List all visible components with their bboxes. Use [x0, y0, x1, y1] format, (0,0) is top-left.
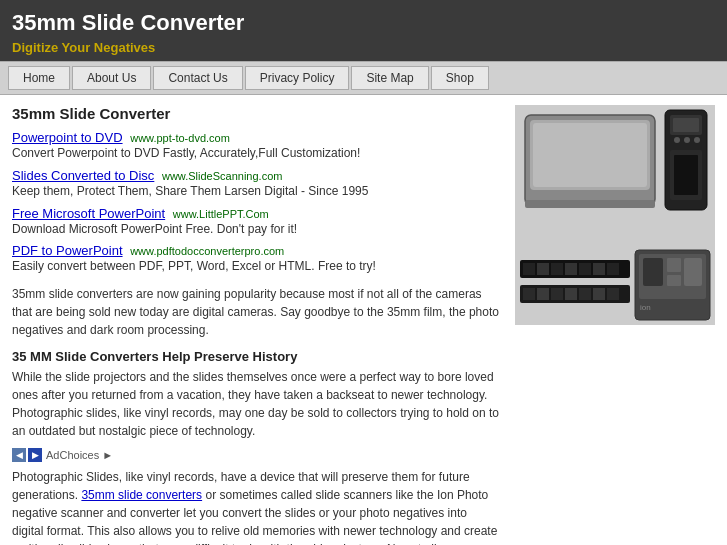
ad-title[interactable]: PDF to PowerPoint	[12, 243, 123, 258]
svg-rect-24	[565, 288, 577, 300]
svg-rect-14	[537, 263, 549, 275]
svg-rect-3	[525, 200, 655, 208]
site-title: 35mm Slide Converter	[12, 10, 715, 36]
ad-block: Powerpoint to DVD www.ppt-to-dvd.com Con…	[12, 130, 501, 275]
svg-rect-33	[684, 258, 702, 286]
intro-text: 35mm slide converters are now gaining po…	[12, 285, 501, 339]
svg-rect-18	[593, 263, 605, 275]
svg-rect-23	[551, 288, 563, 300]
content-area: 35mm Slide Converter Powerpoint to DVD w…	[12, 105, 501, 545]
ad-url: www.ppt-to-dvd.com	[130, 132, 230, 144]
ad-url: www.SlideScanning.com	[162, 170, 282, 182]
svg-rect-31	[667, 258, 681, 272]
body-link[interactable]: 35mm slide converters	[81, 488, 202, 502]
page-title: 35mm Slide Converter	[12, 105, 501, 122]
nav-item-privacy-policy[interactable]: Privacy Policy	[245, 66, 350, 90]
ad-title[interactable]: Slides Converted to Disc	[12, 168, 154, 183]
main-content: 35mm Slide Converter Powerpoint to DVD w…	[0, 95, 727, 545]
svg-rect-21	[523, 288, 535, 300]
svg-rect-27	[607, 288, 619, 300]
svg-rect-6	[673, 118, 699, 132]
ad-item: Free Microsoft PowerPoint www.LittlePPT.…	[12, 206, 501, 238]
svg-rect-2	[533, 123, 647, 187]
ad-item: Slides Converted to Disc www.SlideScanni…	[12, 168, 501, 200]
svg-rect-32	[667, 275, 681, 286]
prev-arrow[interactable]: ◀	[12, 448, 26, 462]
svg-rect-16	[565, 263, 577, 275]
next-arrow[interactable]: ▶	[28, 448, 42, 462]
body-paragraph-1: Photographic Slides, like vinyl records,…	[12, 468, 501, 545]
nav-item-home[interactable]: Home	[8, 66, 70, 90]
section1-title: 35 MM Slide Converters Help Preserve His…	[12, 349, 501, 364]
svg-rect-30	[643, 258, 663, 286]
ad-item: Powerpoint to DVD www.ppt-to-dvd.com Con…	[12, 130, 501, 162]
scanner-image: ion	[515, 105, 715, 325]
section1-text: While the slide projectors and the slide…	[12, 368, 501, 440]
ad-item: PDF to PowerPoint www.pdftodocconverterp…	[12, 243, 501, 275]
svg-point-9	[694, 137, 700, 143]
nav-item-site-map[interactable]: Site Map	[351, 66, 428, 90]
site-header: 35mm Slide Converter Digitize Your Negat…	[0, 0, 727, 61]
site-tagline: Digitize Your Negatives	[12, 40, 715, 55]
ad-desc: Download Microsoft PowerPoint Free. Don'…	[12, 221, 501, 238]
svg-rect-19	[607, 263, 619, 275]
ad-desc: Keep them, Protect Them, Share Them Lars…	[12, 183, 501, 200]
main-nav: HomeAbout UsContact UsPrivacy PolicySite…	[0, 61, 727, 95]
nav-item-about-us[interactable]: About Us	[72, 66, 151, 90]
svg-point-8	[684, 137, 690, 143]
ad-title[interactable]: Powerpoint to DVD	[12, 130, 123, 145]
ad-title[interactable]: Free Microsoft PowerPoint	[12, 206, 165, 221]
ad-url: www.pdftodocconverterpro.com	[130, 245, 284, 257]
svg-rect-13	[523, 263, 535, 275]
nav-item-shop[interactable]: Shop	[431, 66, 489, 90]
ad-url: www.LittlePPT.Com	[173, 208, 269, 220]
ad-desc: Easily convert between PDF, PPT, Word, E…	[12, 258, 501, 275]
adchoices-label: AdChoices ►	[46, 449, 113, 461]
sidebar: ion	[515, 105, 715, 545]
svg-text:ion: ion	[640, 303, 651, 312]
svg-rect-17	[579, 263, 591, 275]
svg-rect-26	[593, 288, 605, 300]
svg-rect-15	[551, 263, 563, 275]
svg-point-7	[674, 137, 680, 143]
adchoices-row: ◀ ▶ AdChoices ►	[12, 448, 501, 462]
svg-rect-11	[674, 155, 698, 195]
ad-desc: Convert Powerpoint to DVD Fastly, Accura…	[12, 145, 501, 162]
adchoices-arrows[interactable]: ◀ ▶	[12, 448, 42, 462]
svg-rect-25	[579, 288, 591, 300]
svg-rect-22	[537, 288, 549, 300]
nav-item-contact-us[interactable]: Contact Us	[153, 66, 242, 90]
